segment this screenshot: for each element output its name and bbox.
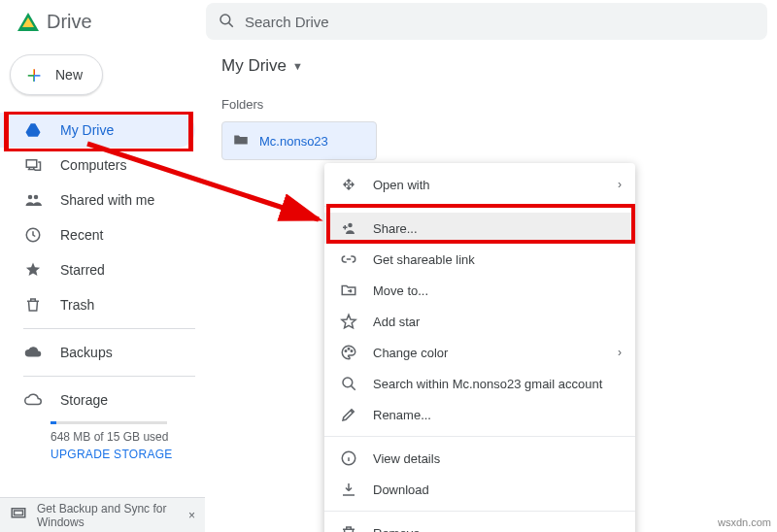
download-icon	[338, 481, 359, 498]
new-button[interactable]: + New	[10, 54, 103, 95]
svg-point-4	[34, 195, 39, 200]
sidebar-item-label: Recent	[60, 227, 103, 243]
svg-line-13	[352, 386, 355, 390]
folder-name: Mc.nonso23	[259, 134, 328, 149]
folder-card[interactable]: Mc.nonso23	[221, 121, 377, 160]
ctx-label: Remove	[373, 526, 420, 533]
sidebar-item-backups[interactable]: Backups	[0, 335, 195, 370]
open-with-icon	[338, 176, 359, 193]
svg-point-8	[348, 223, 353, 228]
ctx-color[interactable]: Change color ›	[324, 337, 635, 368]
ctx-label: Download	[373, 482, 429, 497]
new-label: New	[55, 67, 83, 83]
star-icon	[23, 261, 43, 279]
header: Drive Search Drive	[0, 0, 777, 43]
svg-point-3	[28, 195, 33, 200]
sidebar-item-label: Storage	[60, 392, 108, 408]
svg-point-10	[348, 349, 350, 350]
sidebar-item-label: My Drive	[60, 122, 114, 138]
search-icon	[218, 12, 235, 32]
svg-rect-7	[15, 511, 23, 515]
svg-point-9	[345, 350, 347, 352]
people-icon	[23, 191, 43, 209]
logo-area[interactable]: Drive	[0, 11, 206, 33]
ctx-label: View details	[373, 451, 440, 466]
svg-point-12	[343, 378, 353, 387]
search-placeholder: Search Drive	[245, 14, 329, 30]
sidebar-item-shared[interactable]: Shared with me	[0, 183, 195, 217]
ctx-remove[interactable]: Remove	[324, 517, 635, 532]
ctx-move[interactable]: Move to...	[324, 275, 635, 306]
app-name: Drive	[47, 11, 92, 33]
chevron-right-icon: ›	[618, 178, 622, 191]
person-add-icon	[338, 219, 359, 237]
sidebar-item-label: Backups	[60, 345, 113, 360]
section-label: Folders	[221, 97, 767, 112]
sidebar-item-recent[interactable]: Recent	[0, 217, 195, 252]
ctx-download[interactable]: Download	[324, 474, 635, 505]
sidebar-item-storage[interactable]: Storage	[0, 382, 195, 417]
folder-icon	[232, 131, 250, 151]
ctx-details[interactable]: View details	[324, 443, 635, 474]
storage-used-text: 648 MB of 15 GB used	[51, 430, 205, 444]
palette-icon	[338, 344, 359, 361]
backup-sync-banner[interactable]: Get Backup and Sync for Windows ×	[0, 497, 205, 532]
storage-meter: 648 MB of 15 GB used UPGRADE STORAGE	[0, 421, 205, 461]
breadcrumb-label: My Drive	[221, 56, 287, 76]
ctx-share[interactable]: Share...	[324, 213, 635, 244]
sidebar-item-trash[interactable]: Trash	[0, 287, 195, 322]
plus-icon: +	[22, 63, 46, 86]
sidebar-item-label: Computers	[60, 157, 126, 173]
folder-move-icon	[338, 282, 359, 299]
chevron-down-icon: ▼	[292, 60, 303, 72]
pencil-icon	[338, 406, 359, 423]
svg-line-1	[229, 22, 233, 26]
drive-logo-icon	[17, 13, 39, 31]
ctx-get-link[interactable]: Get shareable link	[324, 244, 635, 275]
search-icon	[338, 375, 359, 392]
sidebar-item-label: Shared with me	[60, 192, 154, 208]
banner-text: Get Backup and Sync for Windows	[37, 502, 188, 529]
ctx-open-with[interactable]: Open with ›	[324, 169, 635, 200]
info-icon	[338, 449, 359, 467]
ctx-label: Move to...	[373, 283, 428, 298]
link-icon	[338, 250, 359, 268]
cloud-icon	[23, 344, 43, 361]
ctx-label: Rename...	[373, 408, 431, 422]
cloud-outline-icon	[23, 391, 43, 409]
sidebar-item-label: Trash	[60, 297, 94, 313]
chevron-right-icon: ›	[618, 346, 622, 359]
ctx-label: Get shareable link	[373, 252, 475, 267]
svg-rect-2	[26, 160, 37, 168]
trash-icon	[338, 524, 359, 532]
ctx-label: Add star	[373, 315, 420, 329]
ctx-rename[interactable]: Rename...	[324, 399, 635, 430]
computers-icon	[23, 156, 43, 174]
sidebar: + New My Drive Computers Shared with me …	[0, 43, 206, 532]
sidebar-item-computers[interactable]: Computers	[0, 148, 195, 183]
search-input[interactable]: Search Drive	[206, 3, 767, 40]
ctx-label: Change color	[373, 346, 448, 360]
trash-icon	[23, 296, 43, 314]
sidebar-item-label: Starred	[60, 262, 105, 278]
upgrade-storage-link[interactable]: UPGRADE STORAGE	[51, 448, 205, 461]
svg-point-0	[220, 15, 230, 24]
breadcrumb[interactable]: My Drive ▼	[221, 56, 767, 76]
sidebar-item-starred[interactable]: Starred	[0, 252, 195, 287]
window-icon	[10, 505, 27, 525]
ctx-star[interactable]: Add star	[324, 306, 635, 337]
drive-icon	[23, 121, 43, 139]
svg-point-11	[351, 350, 353, 352]
ctx-label: Share...	[373, 221, 418, 236]
star-outline-icon	[338, 313, 359, 330]
close-icon[interactable]: ×	[188, 509, 195, 522]
context-menu: Open with › Share... Get shareable link …	[324, 163, 635, 532]
watermark: wsxdn.com	[718, 516, 771, 528]
ctx-label: Open with	[373, 178, 430, 192]
ctx-label: Search within Mc.nonso23 gmail account	[373, 377, 602, 391]
ctx-search-within[interactable]: Search within Mc.nonso23 gmail account	[324, 368, 635, 399]
clock-icon	[23, 226, 43, 244]
sidebar-item-my-drive[interactable]: My Drive	[0, 113, 195, 148]
